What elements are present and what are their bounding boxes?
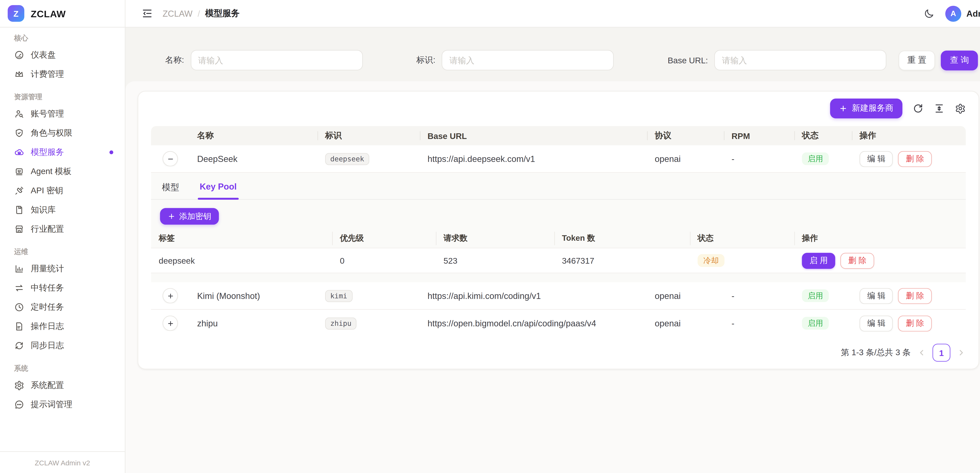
sidebar-item-label: 同步日志 (31, 340, 64, 352)
provider-protocol: openai (647, 319, 724, 328)
key-pool-body: 添加密钥 标签 优先级 请求数 Token 数 状态 操作 (151, 200, 966, 282)
delete-button[interactable]: 删 除 (898, 151, 932, 167)
filter-slug-label: 标识: (416, 54, 435, 66)
filter-base-url: Base URL: (668, 50, 886, 70)
cloud-server-icon (14, 147, 24, 158)
search-button[interactable]: 查 询 (941, 50, 978, 70)
dark-mode-moon-icon[interactable] (924, 8, 934, 19)
name-filter-input[interactable] (191, 50, 363, 70)
provider-base-url: https://api.kimi.com/coding/v1 (420, 291, 647, 301)
key-header-status: 状态 (690, 233, 794, 244)
key-header-priority: 优先级 (332, 233, 436, 244)
sidebar-item-knowledge-base[interactable]: 知识库 (8, 200, 119, 220)
sidebar-item-label: 提示词管理 (31, 399, 72, 410)
provider-rpm: - (724, 319, 794, 328)
key-requests: 523 (436, 256, 554, 265)
breadcrumb-current: 模型服务 (205, 8, 240, 19)
prev-page-chevron-icon[interactable] (917, 348, 926, 357)
provider-detail-panel: 模型 Key Pool 添加密钥 标签 优先级 请求数 (151, 172, 966, 282)
add-key-button[interactable]: 添加密钥 (160, 208, 219, 225)
key-tokens: 3467317 (554, 256, 690, 265)
sidebar: Z ZCLAW 核心 仪表盘 计费管理 资源管理 账号管理 角色与权限 (0, 0, 126, 473)
filter-slug: 标识: (416, 50, 614, 70)
sidebar-item-label: 中转任务 (31, 282, 64, 294)
gear-icon (14, 380, 24, 390)
key-delete-button[interactable]: 删 除 (841, 252, 874, 269)
create-provider-button[interactable]: 新建服务商 (830, 98, 902, 118)
nav-section-system: 系统 (14, 363, 120, 373)
sync-icon (14, 341, 24, 351)
edit-button[interactable]: 编 辑 (859, 288, 893, 304)
sidebar-item-industry-config[interactable]: 行业配置 (8, 220, 119, 239)
sidebar-item-relay-tasks[interactable]: 中转任务 (8, 278, 119, 298)
expand-row-button[interactable] (162, 315, 178, 331)
key-enable-button[interactable]: 启 用 (802, 252, 835, 269)
key-header-tokens: Token 数 (554, 233, 690, 244)
delete-button[interactable]: 删 除 (898, 315, 932, 331)
key-tag: deepseek (151, 256, 332, 265)
breadcrumb-separator: / (197, 9, 200, 18)
crown-icon (14, 69, 24, 80)
row-density-icon[interactable] (934, 103, 945, 114)
sidebar-item-accounts[interactable]: 账号管理 (8, 104, 119, 124)
nav-section-core: 核心 (14, 33, 120, 43)
sidebar-item-system-config[interactable]: 系统配置 (8, 376, 119, 395)
sidebar-item-prompt-management[interactable]: 提示词管理 (8, 395, 119, 414)
key-row-deepseek: deepseek 0 523 3467317 冷却 启 用 删 除 (151, 248, 966, 274)
sidebar-item-model-services[interactable]: 模型服务 (8, 143, 119, 162)
collapse-row-button[interactable] (162, 151, 178, 166)
header-slug: 标识 (318, 126, 420, 145)
sidebar-collapse-icon[interactable] (142, 8, 153, 19)
sidebar-item-operation-logs[interactable]: 操作日志 (8, 317, 119, 336)
file-text-icon (14, 321, 24, 331)
provider-name: zhipu (189, 319, 318, 328)
edit-button[interactable]: 编 辑 (859, 315, 893, 331)
provider-name: Kimi (Moonshot) (189, 291, 318, 301)
header-base-url: Base URL (420, 126, 647, 145)
tab-key-pool[interactable]: Key Pool (198, 182, 239, 199)
sidebar-item-label: 账号管理 (31, 108, 64, 120)
sidebar-item-usage-stats[interactable]: 用量统计 (8, 259, 119, 278)
user-menu[interactable]: A Admin (945, 5, 980, 22)
refresh-icon[interactable] (913, 103, 924, 114)
store-icon (14, 224, 24, 234)
sidebar-item-billing[interactable]: 计费管理 (8, 65, 119, 84)
sidebar-item-label: 定时任务 (31, 301, 64, 313)
sidebar-item-dashboard[interactable]: 仪表盘 (8, 46, 119, 65)
table-settings-gear-icon[interactable] (955, 103, 966, 114)
provider-slug-tag: deepseek (325, 153, 369, 165)
brand-logo: Z (8, 5, 24, 22)
sidebar-item-sync-logs[interactable]: 同步日志 (8, 336, 119, 355)
providers-table: 名称 标识 Base URL 协议 RPM 状态 操作 DeepSeek dee… (151, 126, 966, 336)
status-badge-enabled: 启用 (802, 152, 829, 165)
bar-chart-icon (14, 264, 24, 274)
key-status-badge-cooldown: 冷却 (698, 254, 724, 267)
sidebar-item-cron-tasks[interactable]: 定时任务 (8, 298, 119, 317)
tab-models[interactable]: 模型 (160, 182, 181, 199)
shield-check-icon (14, 128, 24, 138)
sidebar-item-agent-templates[interactable]: Agent 模板 (8, 162, 119, 181)
sidebar-item-roles[interactable]: 角色与权限 (8, 124, 119, 143)
plus-icon (168, 212, 175, 220)
sidebar-item-label: 系统配置 (31, 379, 64, 391)
robot-icon (14, 166, 24, 177)
provider-base-url: https://api.deepseek.com/v1 (420, 154, 647, 164)
key-priority: 0 (332, 256, 436, 265)
breadcrumb-root[interactable]: ZCLAW (162, 9, 192, 18)
sidebar-item-api-keys[interactable]: API 密钥 (8, 181, 119, 200)
providers-card: 新建服务商 名称 标识 Base URL 协议 RPM 状态 (138, 91, 979, 369)
nav-section-resources: 资源管理 (14, 92, 120, 102)
base-url-filter-input[interactable] (714, 50, 886, 70)
message-dots-icon (14, 400, 24, 410)
sidebar-item-label: 计费管理 (31, 68, 64, 80)
reset-button[interactable]: 重 置 (899, 50, 935, 70)
edit-button[interactable]: 编 辑 (859, 151, 893, 167)
next-page-chevron-icon[interactable] (957, 348, 966, 357)
page-number-button[interactable]: 1 (932, 344, 950, 362)
delete-button[interactable]: 删 除 (898, 288, 932, 304)
active-dot (109, 150, 113, 154)
slug-filter-input[interactable] (442, 50, 614, 70)
notebook-icon (14, 205, 24, 215)
sidebar-item-label: 知识库 (31, 204, 56, 216)
expand-row-button[interactable] (162, 288, 178, 303)
